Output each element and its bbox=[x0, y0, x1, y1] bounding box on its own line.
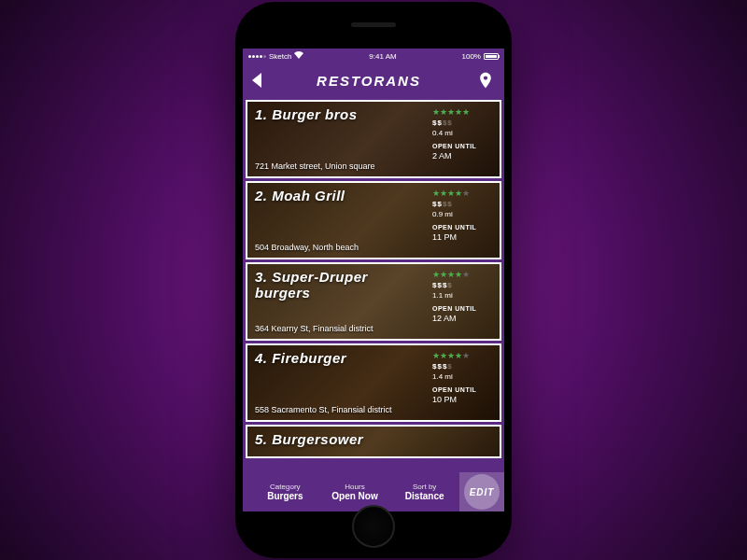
star-icon: ★ bbox=[440, 189, 447, 198]
filter-hours[interactable]: Hours Open Now bbox=[320, 483, 390, 501]
star-icon: ★ bbox=[432, 107, 440, 117]
star-icon: ★ bbox=[432, 189, 440, 198]
star-icon: ★ bbox=[432, 351, 440, 360]
header: RESTORANS bbox=[243, 63, 504, 97]
distance: 0.4 mi bbox=[432, 129, 492, 137]
rating-stars: ★★★★★ bbox=[432, 107, 492, 117]
star-icon: ★ bbox=[462, 107, 470, 117]
distance: 1.4 mi bbox=[432, 372, 492, 381]
star-icon: ★ bbox=[447, 351, 455, 360]
price-indicator: $$$$ bbox=[432, 281, 492, 289]
hours-value: 2 AM bbox=[432, 151, 492, 161]
restaurant-address: 364 Kearny St, Finansial district bbox=[255, 324, 432, 333]
filter-label: Sort by bbox=[389, 483, 459, 491]
price-indicator: $$$$ bbox=[432, 119, 492, 127]
restaurant-card[interactable]: 2. Moah Grill504 Broadway, North beach★★… bbox=[246, 181, 501, 259]
star-icon: ★ bbox=[462, 189, 470, 198]
star-icon: ★ bbox=[447, 270, 455, 279]
signal-dots-icon bbox=[248, 55, 266, 58]
battery-icon bbox=[484, 53, 499, 60]
wifi-icon bbox=[294, 51, 303, 61]
hours-label: OPEN UNTIL bbox=[432, 305, 492, 312]
back-button[interactable] bbox=[252, 73, 261, 88]
clock: 9:41 AM bbox=[369, 52, 396, 61]
screen: Sketch 9:41 AM 100% RESTORANS 1. Burger … bbox=[243, 49, 504, 511]
restaurant-card[interactable]: 4. Fireburger558 Sacramento St, Finansia… bbox=[246, 343, 501, 422]
restaurant-card[interactable]: 1. Burger bros721 Market street, Union s… bbox=[246, 100, 501, 178]
star-icon: ★ bbox=[440, 351, 447, 360]
rating-stars: ★★★★★ bbox=[432, 351, 492, 360]
filter-value: Burgers bbox=[250, 491, 320, 501]
star-icon: ★ bbox=[455, 351, 462, 360]
restaurant-address: 721 Market street, Union square bbox=[255, 161, 432, 171]
star-icon: ★ bbox=[440, 107, 447, 117]
rating-stars: ★★★★★ bbox=[432, 189, 492, 198]
restaurant-name: 1. Burger bros bbox=[255, 107, 395, 123]
edit-button[interactable]: EDIT bbox=[459, 472, 504, 511]
carrier-label: Sketch bbox=[269, 52, 291, 61]
price-indicator: $$$$ bbox=[432, 362, 492, 371]
star-icon: ★ bbox=[455, 189, 462, 198]
restaurant-address: 558 Sacramento St, Finansial district bbox=[255, 405, 432, 414]
location-pin-icon[interactable] bbox=[476, 71, 495, 90]
rating-stars: ★★★★★ bbox=[432, 270, 492, 279]
filter-sort[interactable]: Sort by Distance bbox=[389, 483, 459, 501]
filter-category[interactable]: Category Burgers bbox=[250, 483, 320, 501]
star-icon: ★ bbox=[462, 270, 470, 279]
star-icon: ★ bbox=[447, 189, 455, 198]
star-icon: ★ bbox=[440, 270, 447, 279]
star-icon: ★ bbox=[455, 270, 462, 279]
page-title: RESTORANS bbox=[317, 73, 421, 89]
edit-label: EDIT bbox=[464, 474, 500, 510]
phone-frame: Sketch 9:41 AM 100% RESTORANS 1. Burger … bbox=[235, 2, 512, 558]
hours-value: 11 PM bbox=[432, 232, 492, 242]
star-icon: ★ bbox=[447, 107, 455, 117]
star-icon: ★ bbox=[462, 351, 470, 360]
star-icon: ★ bbox=[432, 270, 440, 279]
battery-percent: 100% bbox=[462, 52, 481, 61]
restaurant-name: 3. Super-Druper burgers bbox=[255, 270, 395, 301]
distance: 1.1 mi bbox=[432, 291, 492, 300]
star-icon: ★ bbox=[455, 107, 462, 117]
restaurant-card[interactable]: 5. Burgersower bbox=[246, 425, 501, 458]
hours-label: OPEN UNTIL bbox=[432, 224, 492, 231]
hours-label: OPEN UNTIL bbox=[432, 386, 492, 393]
hours-value: 10 PM bbox=[432, 395, 492, 404]
filter-label: Category bbox=[250, 483, 320, 491]
restaurant-name: 5. Burgersower bbox=[255, 432, 395, 448]
filter-value: Open Now bbox=[320, 491, 390, 501]
hours-label: OPEN UNTIL bbox=[432, 143, 492, 149]
hours-value: 12 AM bbox=[432, 314, 492, 323]
filter-value: Distance bbox=[389, 491, 459, 501]
restaurant-address: 504 Broadway, North beach bbox=[255, 243, 432, 252]
status-bar: Sketch 9:41 AM 100% bbox=[243, 49, 504, 63]
filter-label: Hours bbox=[320, 483, 390, 491]
price-indicator: $$$$ bbox=[432, 200, 492, 208]
restaurant-name: 4. Fireburger bbox=[255, 351, 395, 367]
restaurant-list: 1. Burger bros721 Market street, Union s… bbox=[243, 97, 504, 472]
restaurant-card[interactable]: 3. Super-Druper burgers364 Kearny St, Fi… bbox=[246, 262, 501, 341]
filter-bar: Category Burgers Hours Open Now Sort by … bbox=[243, 472, 504, 511]
restaurant-name: 2. Moah Grill bbox=[255, 189, 395, 204]
distance: 0.9 mi bbox=[432, 210, 492, 218]
